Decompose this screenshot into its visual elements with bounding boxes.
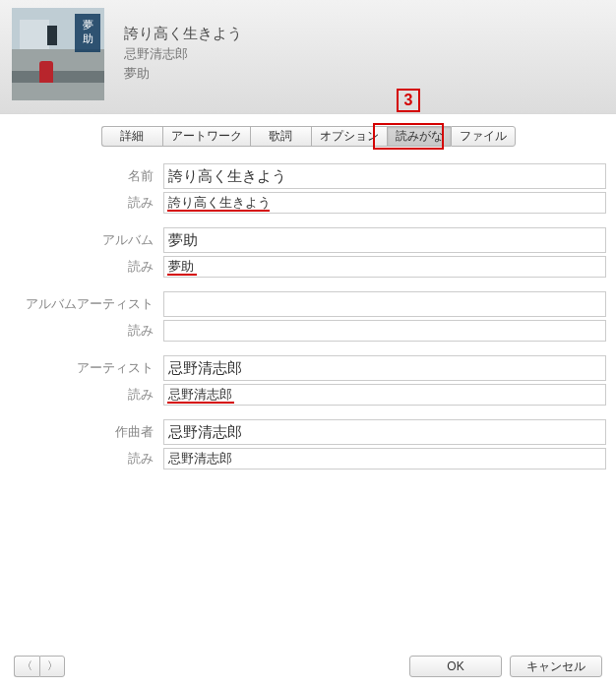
label-album-artist: アルバムアーティスト: [10, 295, 163, 313]
ok-button[interactable]: OK: [409, 656, 502, 677]
album-art: 夢 助: [12, 8, 104, 100]
prev-button[interactable]: 〈: [14, 656, 39, 677]
track-title: 誇り高く生きよう: [124, 22, 242, 44]
header: 夢 助 誇り高く生きよう 忌野清志郎 夢助: [0, 0, 616, 114]
footer: 〈 〉 OK キャンセル: [14, 656, 602, 677]
label-artist-yomi: 読み: [10, 386, 163, 404]
input-composer[interactable]: [163, 419, 606, 445]
label-artist: アーティスト: [10, 359, 163, 377]
input-name[interactable]: [163, 163, 606, 189]
input-album-artist-yomi[interactable]: [163, 320, 606, 342]
label-composer: 作曲者: [10, 423, 163, 441]
track-artist: 忌野清志郎: [124, 44, 242, 64]
tabs-row: 詳細アートワーク歌詞オプション読みがなファイル: [0, 126, 616, 147]
label-album: アルバム: [10, 231, 163, 249]
cancel-button[interactable]: キャンセル: [510, 656, 602, 677]
input-album-artist[interactable]: [163, 291, 606, 317]
annotation-callout-3: 3: [397, 89, 420, 112]
input-composer-yomi[interactable]: [163, 448, 606, 470]
input-album[interactable]: [163, 227, 606, 253]
input-album-yomi[interactable]: [163, 256, 606, 278]
input-artist[interactable]: [163, 355, 606, 381]
header-text: 誇り高く生きよう 忌野清志郎 夢助: [104, 8, 242, 113]
label-composer-yomi: 読み: [10, 450, 163, 468]
tab-5[interactable]: ファイル: [451, 126, 516, 147]
label-album-yomi: 読み: [10, 258, 163, 276]
underline-album-yomi: [167, 274, 197, 276]
underline-artist-yomi: [167, 402, 234, 404]
tab-2[interactable]: 歌詞: [250, 126, 311, 147]
art-banner-char: 助: [75, 31, 100, 45]
form-area: 名前 読み アルバム 読み: [10, 163, 606, 483]
tab-4[interactable]: 読みがな: [387, 126, 451, 147]
label-name-yomi: 読み: [10, 194, 163, 212]
art-banner-char: 夢: [75, 18, 100, 31]
label-name: 名前: [10, 167, 163, 185]
tab-1[interactable]: アートワーク: [162, 126, 250, 147]
underline-name-yomi: [167, 210, 270, 212]
label-album-artist-yomi: 読み: [10, 322, 163, 340]
track-album: 夢助: [124, 64, 242, 84]
next-button[interactable]: 〉: [39, 656, 65, 677]
tab-0[interactable]: 詳細: [101, 126, 162, 147]
tab-3[interactable]: オプション: [311, 126, 387, 147]
